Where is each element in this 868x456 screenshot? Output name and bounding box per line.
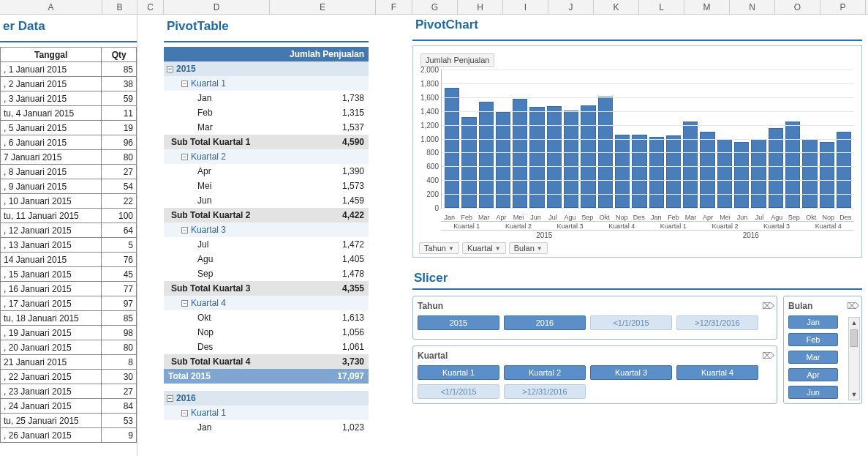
col-header[interactable]: M xyxy=(684,0,730,14)
table-row[interactable]: , 2 Januari 201538 xyxy=(1,77,137,91)
table-row[interactable]: , 24 Januari 201584 xyxy=(1,399,137,414)
table-row[interactable]: , 20 Januari 201580 xyxy=(1,340,137,355)
chart-bar[interactable] xyxy=(632,135,646,208)
cell-qty[interactable]: 45 xyxy=(102,267,137,282)
slicer-item[interactable]: <1/1/2015 xyxy=(590,315,672,330)
chart-bar[interactable] xyxy=(649,137,664,208)
cell-date[interactable]: , 5 Januari 2015 xyxy=(1,121,102,135)
slicer-scrollbar[interactable]: ▲ ▼ xyxy=(848,317,860,400)
cell-date[interactable]: , 8 Januari 2015 xyxy=(1,165,102,179)
table-row[interactable]: 14 Januari 201576 xyxy=(1,253,137,267)
table-row[interactable]: , 19 Januari 201598 xyxy=(1,326,137,340)
cell-date[interactable]: , 1 Januari 2015 xyxy=(1,62,102,77)
chart-bar[interactable] xyxy=(802,139,817,209)
cell-qty[interactable]: 9 xyxy=(102,428,137,443)
collapse-icon[interactable]: − xyxy=(167,395,173,402)
pt-year-row[interactable]: −2015 xyxy=(164,61,369,76)
table-row[interactable]: , 12 Januari 201564 xyxy=(1,223,137,238)
pt-quarter-row[interactable]: −Kuartal 4 xyxy=(164,296,369,310)
scroll-down-icon[interactable]: ▼ xyxy=(851,389,858,400)
cell-date[interactable]: , 22 Januari 2015 xyxy=(1,370,102,384)
table-row[interactable]: , 5 Januari 201519 xyxy=(1,121,137,135)
table-row[interactable]: , 22 Januari 201530 xyxy=(1,370,137,384)
chart-bar[interactable] xyxy=(445,88,459,208)
pt-month-row[interactable]: Feb1,315 xyxy=(164,105,369,120)
slicer-item[interactable]: <1/1/2015 xyxy=(418,384,499,399)
col-header[interactable]: D xyxy=(164,0,270,14)
pt-month-row[interactable]: Jul1,472 xyxy=(164,237,369,252)
cell-qty[interactable]: 19 xyxy=(102,121,137,135)
col-header[interactable]: C xyxy=(137,0,164,14)
chart-bar[interactable] xyxy=(581,105,595,208)
cell-qty[interactable]: 100 xyxy=(102,209,137,223)
chart-bar[interactable] xyxy=(717,139,732,209)
cell-date[interactable]: , 9 Januari 2015 xyxy=(1,179,102,194)
clear-filter-icon[interactable]: ⌦ xyxy=(762,301,772,311)
cell-qty[interactable]: 30 xyxy=(102,370,137,384)
chart-field-button[interactable]: Bulan▼ xyxy=(509,242,548,254)
pt-month-row[interactable]: Nop1,056 xyxy=(164,325,369,340)
cell-date[interactable]: tu, 25 Januari 2015 xyxy=(1,414,102,428)
cell-qty[interactable]: 98 xyxy=(102,326,137,340)
collapse-icon[interactable]: − xyxy=(181,410,188,416)
pt-subtotal-row[interactable]: Sub Total Kuartal 43,730 xyxy=(164,354,369,369)
source-data-table[interactable]: Tanggal Qty , 1 Januari 201585, 2 Januar… xyxy=(0,47,137,443)
cell-qty[interactable]: 27 xyxy=(102,165,137,179)
cell-date[interactable]: , 3 Januari 2015 xyxy=(1,91,102,106)
cell-qty[interactable]: 38 xyxy=(102,77,137,91)
table-row[interactable]: , 26 Januari 20159 xyxy=(1,428,137,443)
cell-date[interactable]: , 17 Januari 2015 xyxy=(1,296,102,311)
slicer-item[interactable]: >12/31/2016 xyxy=(676,315,758,330)
cell-date[interactable]: , 19 Januari 2015 xyxy=(1,326,102,340)
pt-year-row[interactable]: −2016 xyxy=(164,391,369,405)
cell-qty[interactable]: 59 xyxy=(102,91,137,106)
table-row[interactable]: , 6 Januari 201596 xyxy=(1,135,137,150)
pt-quarter-row[interactable]: −Kuartal 3 xyxy=(164,223,369,237)
slicer-item[interactable]: Feb xyxy=(788,333,838,346)
chart-bar[interactable] xyxy=(513,99,527,208)
clear-filter-icon[interactable]: ⌦ xyxy=(762,351,772,361)
table-row[interactable]: 7 Januari 201580 xyxy=(1,150,137,165)
collapse-icon[interactable]: − xyxy=(181,227,188,233)
scroll-up-icon[interactable]: ▲ xyxy=(851,318,858,328)
slicer-item[interactable]: Kuartal 3 xyxy=(590,365,672,380)
chart-bar[interactable] xyxy=(529,107,544,208)
cell-qty[interactable]: 27 xyxy=(102,384,137,399)
cell-date[interactable]: , 16 Januari 2015 xyxy=(1,282,102,296)
col-header[interactable]: G xyxy=(412,0,458,14)
table-row[interactable]: , 9 Januari 201554 xyxy=(1,179,137,194)
table-row[interactable]: , 15 Januari 201545 xyxy=(1,267,137,282)
table-row[interactable]: tu, 4 Januari 201511 xyxy=(1,106,137,121)
pt-month-row[interactable]: Jun1,459 xyxy=(164,193,369,208)
chart-bar[interactable] xyxy=(751,139,766,209)
cell-date[interactable]: , 10 Januari 2015 xyxy=(1,194,102,209)
chart-bar[interactable] xyxy=(479,102,494,208)
chart-bar[interactable] xyxy=(615,135,630,208)
table-row[interactable]: , 3 Januari 201559 xyxy=(1,91,137,106)
scroll-thumb[interactable] xyxy=(850,329,858,347)
table-row[interactable]: , 23 Januari 201527 xyxy=(1,384,137,399)
chart-bar[interactable] xyxy=(547,106,562,208)
collapse-icon[interactable]: − xyxy=(181,81,188,87)
col-header[interactable]: A xyxy=(0,0,102,14)
cell-date[interactable]: , 15 Januari 2015 xyxy=(1,267,102,282)
cell-qty[interactable]: 11 xyxy=(102,106,137,121)
cell-date[interactable]: tu, 11 Januari 2015 xyxy=(1,209,102,223)
pt-subtotal-row[interactable]: Sub Total Kuartal 34,355 xyxy=(164,281,369,296)
col-header[interactable]: O xyxy=(775,0,820,14)
table-row[interactable]: tu, 18 Januari 201585 xyxy=(1,311,137,326)
cell-date[interactable]: tu, 18 Januari 2015 xyxy=(1,311,102,326)
pt-month-row[interactable]: Apr1,390 xyxy=(164,164,369,179)
cell-qty[interactable]: 77 xyxy=(102,282,137,296)
cell-qty[interactable]: 97 xyxy=(102,296,137,311)
cell-date[interactable]: , 23 Januari 2015 xyxy=(1,384,102,399)
cell-qty[interactable]: 5 xyxy=(102,238,137,253)
cell-qty[interactable]: 80 xyxy=(102,340,137,355)
cell-date[interactable]: , 6 Januari 2015 xyxy=(1,135,102,150)
cell-date[interactable]: , 24 Januari 2015 xyxy=(1,399,102,414)
pivottable[interactable]: Jumlah Penjualan −2015−Kuartal 1Jan1,738… xyxy=(164,47,369,435)
cell-qty[interactable]: 76 xyxy=(102,253,137,267)
slicer-item[interactable]: Kuartal 1 xyxy=(418,365,499,380)
cell-qty[interactable]: 64 xyxy=(102,223,137,238)
pt-month-row[interactable]: Mar1,537 xyxy=(164,120,369,135)
